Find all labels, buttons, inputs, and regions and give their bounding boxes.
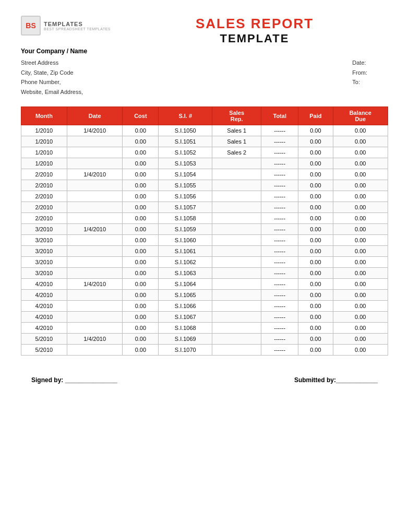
cell-6-0: 2/2010 <box>21 191 67 202</box>
sales-report-title: SALES REPORT <box>121 16 388 32</box>
cell-0-0: 1/2010 <box>21 125 67 136</box>
cell-7-2: 0.00 <box>123 202 159 212</box>
table-row: 4/20100.00S.I.1068------0.000.00 <box>21 322 388 333</box>
cell-5-3: S.I.1055 <box>159 180 212 191</box>
table-header-row: MonthDateCostS.I. #SalesRep.TotalPaidBal… <box>21 107 388 125</box>
cell-7-7: 0.00 <box>333 202 388 212</box>
cell-4-7: 0.00 <box>333 169 388 180</box>
cell-3-5: ------ <box>261 158 298 169</box>
submitted-by: Submitted by:____________ <box>294 376 378 384</box>
cell-18-1 <box>67 322 123 333</box>
cell-3-6: 0.00 <box>298 158 333 169</box>
cell-3-2: 0.00 <box>123 158 159 169</box>
template-subtitle: TEMPLATE <box>121 32 388 45</box>
cell-8-7: 0.00 <box>333 212 388 223</box>
cell-4-5: ------ <box>261 169 298 180</box>
cell-7-4 <box>212 202 261 212</box>
table-row: 3/20100.00S.I.1062------0.000.00 <box>21 256 388 267</box>
cell-17-5: ------ <box>261 311 298 322</box>
cell-15-0: 4/2010 <box>21 289 67 300</box>
cell-17-3: S.I.1067 <box>159 311 212 322</box>
cell-10-3: S.I.1060 <box>159 234 212 245</box>
col-header-2: Cost <box>123 107 159 125</box>
cell-17-4 <box>212 311 261 322</box>
cell-7-5: ------ <box>261 202 298 212</box>
cell-9-5: ------ <box>261 223 298 234</box>
cell-20-7: 0.00 <box>333 344 388 355</box>
cell-14-0: 4/2010 <box>21 278 67 289</box>
cell-14-1: 1/4/2010 <box>67 278 123 289</box>
cell-5-0: 2/2010 <box>21 180 67 191</box>
city-state: City, State, Zip Code <box>21 68 83 78</box>
table-row: 2/20100.00S.I.1057------0.000.00 <box>21 202 388 212</box>
cell-10-4 <box>212 234 261 245</box>
cell-12-5: ------ <box>261 256 298 267</box>
cell-7-6: 0.00 <box>298 202 333 212</box>
street-address: Street Address <box>21 58 83 68</box>
cell-5-4 <box>212 180 261 191</box>
cell-20-3: S.I.1070 <box>159 344 212 355</box>
table-row: 5/20100.00S.I.1070------0.000.00 <box>21 344 388 355</box>
col-header-1: Date <box>67 107 123 125</box>
col-header-6: Paid <box>298 107 333 125</box>
logo-letters: BS <box>26 22 35 29</box>
cell-12-0: 3/2010 <box>21 256 67 267</box>
cell-15-2: 0.00 <box>123 289 159 300</box>
cell-0-4: Sales 1 <box>212 125 261 136</box>
cell-9-3: S.I.1059 <box>159 223 212 234</box>
cell-14-4 <box>212 278 261 289</box>
cell-11-2: 0.00 <box>123 245 159 256</box>
cell-18-7: 0.00 <box>333 322 388 333</box>
cell-13-3: S.I.1063 <box>159 267 212 278</box>
cell-15-1 <box>67 289 123 300</box>
cell-10-7: 0.00 <box>333 234 388 245</box>
cell-3-4 <box>212 158 261 169</box>
cell-16-3: S.I.1066 <box>159 300 212 311</box>
from-label: From: <box>352 68 367 78</box>
cell-15-4 <box>212 289 261 300</box>
table-row: 4/20100.00S.I.1067------0.000.00 <box>21 311 388 322</box>
cell-10-5: ------ <box>261 234 298 245</box>
cell-2-7: 0.00 <box>333 147 388 158</box>
cell-16-7: 0.00 <box>333 300 388 311</box>
cell-11-4 <box>212 245 261 256</box>
cell-18-2: 0.00 <box>123 322 159 333</box>
report-title-area: SALES REPORT TEMPLATE <box>121 16 388 45</box>
cell-13-4 <box>212 267 261 278</box>
cell-11-1 <box>67 245 123 256</box>
cell-19-7: 0.00 <box>333 333 388 344</box>
cell-3-0: 1/2010 <box>21 158 67 169</box>
cell-11-0: 3/2010 <box>21 245 67 256</box>
cell-6-3: S.I.1056 <box>159 191 212 202</box>
table-row: 4/20100.00S.I.1066------0.000.00 <box>21 300 388 311</box>
cell-0-3: S.I.1050 <box>159 125 212 136</box>
cell-0-1: 1/4/2010 <box>67 125 123 136</box>
cell-1-0: 1/2010 <box>21 136 67 147</box>
cell-4-6: 0.00 <box>298 169 333 180</box>
cell-19-1: 1/4/2010 <box>67 333 123 344</box>
cell-12-4 <box>212 256 261 267</box>
logo-area: BS TEMPLATES BEST SPREADSHEET TEMPLATES <box>21 16 111 36</box>
cell-10-6: 0.00 <box>298 234 333 245</box>
cell-13-7: 0.00 <box>333 267 388 278</box>
cell-12-2: 0.00 <box>123 256 159 267</box>
cell-5-7: 0.00 <box>333 180 388 191</box>
signed-by: Signed by: _______________ <box>31 376 117 384</box>
cell-12-6: 0.00 <box>298 256 333 267</box>
cell-3-1 <box>67 158 123 169</box>
cell-15-5: ------ <box>261 289 298 300</box>
website: Website, Email Address, <box>21 87 83 97</box>
cell-3-7: 0.00 <box>333 158 388 169</box>
cell-2-5: ------ <box>261 147 298 158</box>
cell-20-1 <box>67 344 123 355</box>
cell-3-3: S.I.1053 <box>159 158 212 169</box>
cell-8-2: 0.00 <box>123 212 159 223</box>
date-label: Date: <box>352 58 367 68</box>
cell-13-1 <box>67 267 123 278</box>
cell-20-6: 0.00 <box>298 344 333 355</box>
cell-18-0: 4/2010 <box>21 322 67 333</box>
cell-6-4 <box>212 191 261 202</box>
cell-2-6: 0.00 <box>298 147 333 158</box>
cell-9-7: 0.00 <box>333 223 388 234</box>
address-right: Date: From: To: <box>352 58 367 97</box>
